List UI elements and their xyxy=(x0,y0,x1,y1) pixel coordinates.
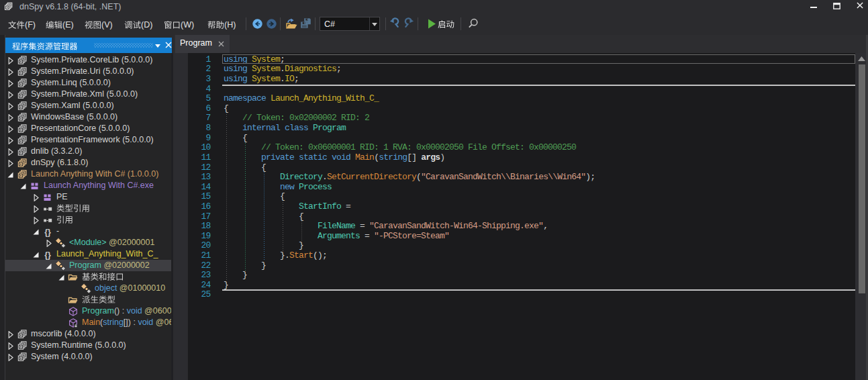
svg-text:{}: {} xyxy=(44,250,51,260)
svg-text:{}: {} xyxy=(44,228,51,237)
